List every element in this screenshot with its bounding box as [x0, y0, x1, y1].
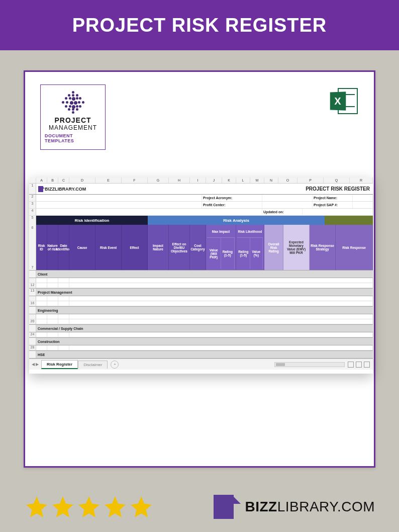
- meta-name: Project Name:: [313, 195, 353, 201]
- col-L: L: [236, 178, 250, 183]
- h-risk-id: Risk ID: [36, 225, 47, 270]
- col-O: O: [278, 178, 297, 183]
- logo-bold: BIZZ: [245, 499, 277, 514]
- h-effect: Effect: [122, 225, 148, 270]
- h-value-pct: Value (%): [250, 238, 263, 269]
- project-management-badge: PROJECT MANAGEMENT DOCUMENT TEMPLATES: [40, 84, 106, 150]
- col-R: R: [350, 178, 373, 183]
- rownum: 13: [29, 289, 36, 296]
- category-label: Client: [36, 271, 47, 278]
- col-H: H: [169, 178, 190, 183]
- sheet-doc-title: PROJECT RISK REGISTER: [292, 184, 373, 194]
- h-date: Date Identified: [58, 225, 69, 270]
- category-row: Client: [29, 270, 373, 278]
- badge-line2: MANAGEMENT: [49, 124, 97, 131]
- h-value-pkr: Value (Mill PKR): [207, 238, 221, 269]
- rownum: 6: [29, 226, 36, 229]
- h-cause: Cause: [69, 225, 95, 270]
- category-row: Commercial / Supply Chain: [29, 324, 373, 332]
- h-rating-a: Rating (1-5): [221, 238, 235, 269]
- rownum: 2: [29, 195, 36, 201]
- spreadsheet-preview: A B C D E F G H I J K L M N O P Q R 1 BI…: [29, 178, 373, 374]
- category-row: HSE: [29, 350, 373, 359]
- view-page-icon[interactable]: [356, 362, 362, 368]
- category-label: Project Management: [36, 289, 72, 296]
- rownum: 24: [29, 332, 36, 337]
- category-row: 13 Project Management: [29, 288, 373, 296]
- cat-block-1: 13 Project Management 16: [29, 288, 373, 306]
- h-cost-cat: Cost Category: [190, 225, 206, 270]
- star-icon: [129, 494, 154, 519]
- page-icon: [214, 495, 234, 519]
- h-overall: Overall Risk Rating: [264, 225, 283, 270]
- category-label: Commercial / Supply Chain: [36, 325, 83, 332]
- logo-thin: LIBRARY: [277, 499, 337, 514]
- h-rating-b: Rating (1-5): [237, 238, 250, 269]
- rating-stars: [24, 494, 154, 519]
- col-A: A: [36, 178, 47, 183]
- tab-risk-register[interactable]: Risk Register: [41, 360, 78, 369]
- meta-row-1: 2 Project Acronym: Project Name:: [29, 195, 373, 202]
- star-icon: [24, 494, 49, 519]
- add-sheet-button[interactable]: +: [111, 361, 119, 369]
- page-header: PROJECT RISK REGISTER: [0, 0, 399, 50]
- view-mode-icons[interactable]: [348, 362, 373, 368]
- col-M: M: [250, 178, 264, 183]
- h-max-impact: Max Impact: [207, 226, 235, 238]
- meta-row-2: 3 Profit Center: Project SAP #:: [29, 202, 373, 209]
- rownum: 28: [29, 345, 36, 350]
- cat-block-3: Commercial / Supply Chain 24: [29, 324, 373, 337]
- view-normal-icon[interactable]: [348, 362, 354, 368]
- col-J: J: [206, 178, 222, 183]
- header-row: 6 7 Risk ID Nature of risk Date Identifi…: [29, 225, 373, 270]
- badge-line1: PROJECT: [54, 116, 91, 124]
- footer-logo: BIZZLIBRARY.COM: [214, 495, 375, 519]
- badge-line3: DOCUMENT TEMPLATES: [45, 133, 101, 143]
- h-effect-obj: Effect on Div/BU Objectives: [169, 225, 190, 270]
- logo-ext: .COM: [337, 499, 375, 514]
- dot-grid-icon: [62, 91, 84, 113]
- rownum: 20: [29, 319, 36, 324]
- rownum: 12: [29, 283, 36, 288]
- h-event: Risk Event: [95, 225, 122, 270]
- rownum: 16: [29, 301, 36, 306]
- col-N: N: [264, 178, 278, 183]
- cat-block-2: Engineering 20: [29, 306, 373, 324]
- page-icon: [38, 186, 43, 192]
- cat-block-4: Construction 28: [29, 337, 373, 350]
- view-break-icon[interactable]: [364, 362, 370, 368]
- col-P: P: [297, 178, 324, 183]
- h-likelihood-group: Risk Likelihood Rating (1-5) Value (%): [236, 225, 264, 270]
- category-row: Construction: [29, 337, 373, 345]
- sheet-title-row: 1 BIZZLIBRARY.COM PROJECT RISK REGISTER: [29, 184, 373, 195]
- rownum: 4: [29, 209, 36, 215]
- page-title: PROJECT RISK REGISTER: [72, 15, 327, 36]
- star-icon: [76, 494, 102, 519]
- h-likelihood: Risk Likelihood: [237, 226, 263, 238]
- tab-disclaimer[interactable]: Disclaimer: [78, 361, 108, 369]
- meta-acronym: Project Acronym:: [202, 195, 262, 201]
- h-strategy: Risk Response Strategy: [310, 225, 336, 270]
- data-area: Client 12 13 Project Management 16: [29, 270, 373, 359]
- h-impact-nature: Impact Nature: [148, 225, 169, 270]
- excel-file-icon: X: [330, 86, 360, 116]
- sheet-tab-bar: ◀ ▶ Risk Register Disclaimer +: [29, 359, 373, 370]
- brand-text: BIZZLIBRARY.COM: [45, 187, 86, 192]
- h-emv: Expected Monetary Value (EMV) Mill PKR: [283, 225, 310, 270]
- meta-sap: Project SAP #:: [313, 202, 353, 208]
- section-analysis: Risk Analysis: [148, 216, 325, 225]
- horizontal-scrollbar[interactable]: [274, 362, 345, 367]
- col-E: E: [95, 178, 122, 183]
- tab-nav-icons[interactable]: ◀ ▶: [29, 362, 41, 367]
- h-max-impact-group: Max Impact Value (Mill PKR) Rating (1-5): [206, 225, 236, 270]
- col-K: K: [222, 178, 236, 183]
- brand-cell: BIZZLIBRARY.COM: [36, 184, 112, 194]
- col-C: C: [58, 178, 69, 183]
- cat-block-5: HSE: [29, 350, 373, 359]
- star-icon: [103, 494, 128, 519]
- category-label: Construction: [36, 338, 60, 345]
- template-preview-card: PROJECT MANAGEMENT DOCUMENT TEMPLATES X …: [24, 70, 375, 468]
- cat-block-0: Client 12: [29, 270, 373, 288]
- rownum: 1: [29, 184, 36, 194]
- category-label: Engineering: [36, 307, 58, 314]
